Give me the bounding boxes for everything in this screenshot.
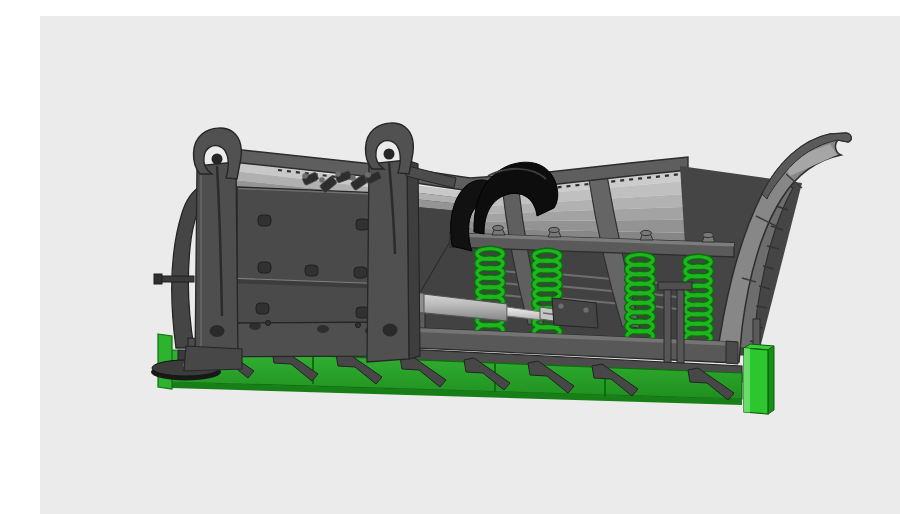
side-lever (160, 276, 194, 282)
snow-plow-render (40, 16, 900, 514)
snow-plow-canvas (40, 16, 900, 514)
clevis-bracket (552, 298, 598, 328)
